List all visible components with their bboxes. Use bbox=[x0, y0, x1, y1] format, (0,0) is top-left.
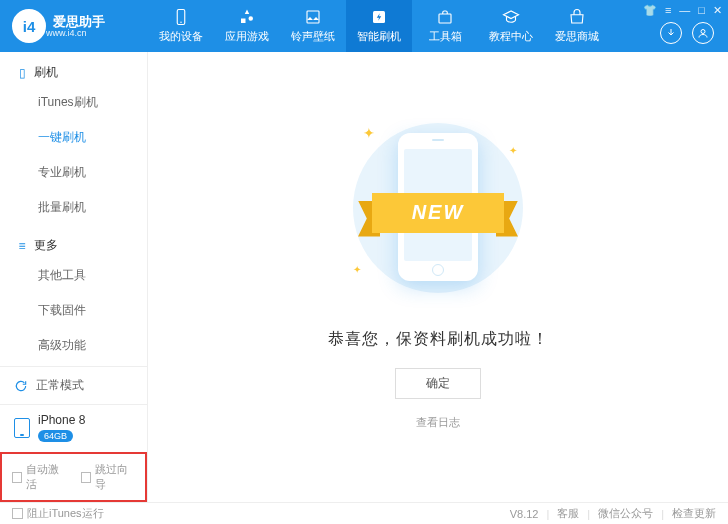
nav-toolbox[interactable]: 工具箱 bbox=[412, 0, 478, 52]
success-message: 恭喜您，保资料刷机成功啦！ bbox=[328, 329, 549, 350]
sidebar-item-pro-flash[interactable]: 专业刷机 bbox=[0, 155, 147, 190]
sidebar-group-more: ≡ 更多 bbox=[0, 225, 147, 258]
chk-skip-guide[interactable]: 跳过向导 bbox=[81, 462, 136, 492]
app-logo: i4 爱思助手 www.i4.cn bbox=[0, 9, 148, 43]
apps-icon bbox=[238, 8, 256, 26]
store-icon bbox=[568, 8, 586, 26]
download-button[interactable] bbox=[660, 22, 682, 44]
minimize-icon[interactable]: — bbox=[679, 4, 690, 17]
user-button[interactable] bbox=[692, 22, 714, 44]
view-log-link[interactable]: 查看日志 bbox=[416, 415, 460, 430]
sidebar-item-onekey-flash[interactable]: 一键刷机 bbox=[0, 120, 147, 155]
device-mode[interactable]: 正常模式 bbox=[0, 366, 147, 404]
footer-link-update[interactable]: 检查更新 bbox=[672, 506, 716, 521]
graduation-icon bbox=[502, 8, 520, 26]
sidebar-item-other-tools[interactable]: 其他工具 bbox=[0, 258, 147, 293]
ok-button[interactable]: 确定 bbox=[395, 368, 481, 399]
menu-icon[interactable]: ≡ bbox=[665, 4, 671, 17]
sidebar-item-itunes-flash[interactable]: iTunes刷机 bbox=[0, 85, 147, 120]
connected-device[interactable]: iPhone 8 64GB bbox=[0, 404, 147, 452]
svg-point-1 bbox=[180, 22, 182, 24]
sidebar-item-download-firmware[interactable]: 下载固件 bbox=[0, 293, 147, 328]
footer-link-support[interactable]: 客服 bbox=[557, 506, 579, 521]
sidebar-group-flash: ▯ 刷机 bbox=[0, 52, 147, 85]
sidebar-item-batch-flash[interactable]: 批量刷机 bbox=[0, 190, 147, 225]
storage-badge: 64GB bbox=[38, 430, 73, 442]
version-label: V8.12 bbox=[510, 508, 539, 520]
refresh-icon bbox=[14, 379, 28, 393]
highlighted-options: 自动激活 跳过向导 bbox=[0, 452, 147, 502]
chk-block-itunes[interactable]: 阻止iTunes运行 bbox=[12, 506, 104, 521]
svg-rect-4 bbox=[439, 14, 451, 23]
phone-icon bbox=[172, 8, 190, 26]
sidebar-item-advanced[interactable]: 高级功能 bbox=[0, 328, 147, 363]
success-illustration: ✦ ✦ ✦ NEW bbox=[323, 115, 553, 305]
chk-auto-activate[interactable]: 自动激活 bbox=[12, 462, 67, 492]
nav-smart-flash[interactable]: 智能刷机 bbox=[346, 0, 412, 52]
close-icon[interactable]: ✕ bbox=[713, 4, 722, 17]
more-icon: ≡ bbox=[16, 240, 28, 252]
nav-tutorials[interactable]: 教程中心 bbox=[478, 0, 544, 52]
nav-apps-games[interactable]: 应用游戏 bbox=[214, 0, 280, 52]
flash-icon bbox=[370, 8, 388, 26]
svg-point-5 bbox=[701, 30, 705, 34]
tshirt-icon[interactable]: 👕 bbox=[643, 4, 657, 17]
svg-rect-2 bbox=[307, 11, 319, 23]
wallpaper-icon bbox=[304, 8, 322, 26]
device-icon bbox=[14, 418, 30, 438]
nav-store[interactable]: 爱思商城 bbox=[544, 0, 610, 52]
maximize-icon[interactable]: □ bbox=[698, 4, 705, 17]
nav-my-device[interactable]: 我的设备 bbox=[148, 0, 214, 52]
toolbox-icon bbox=[436, 8, 454, 26]
phone-small-icon: ▯ bbox=[16, 67, 28, 79]
nav-ringtone-wallpaper[interactable]: 铃声壁纸 bbox=[280, 0, 346, 52]
footer-link-wechat[interactable]: 微信公众号 bbox=[598, 506, 653, 521]
